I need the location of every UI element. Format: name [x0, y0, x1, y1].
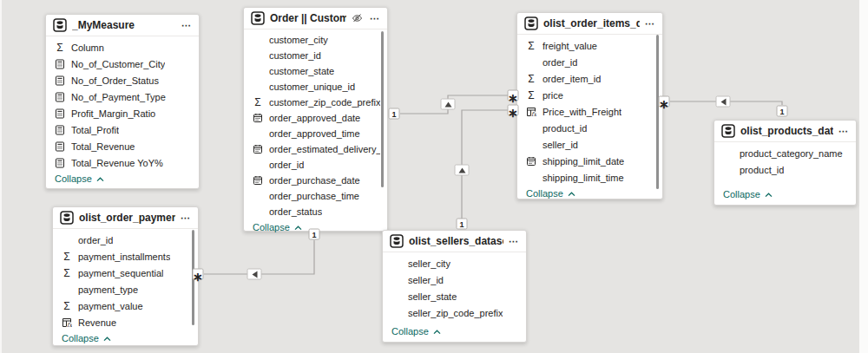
- calendar-icon: [525, 156, 537, 167]
- cardinality-many-label: ∗: [508, 90, 519, 101]
- arrow-up-icon: [458, 167, 465, 173]
- chevron-up-icon: [568, 188, 575, 199]
- table-title: olist_order_payments_d...: [79, 212, 175, 224]
- field-order_id[interactable]: order_id: [517, 54, 662, 70]
- field-shipping_limit_date[interactable]: shipping_limit_date: [517, 153, 662, 169]
- field-seller_state[interactable]: seller_state: [383, 288, 526, 304]
- field-price[interactable]: Σprice: [517, 87, 662, 103]
- field-label: Price_with_Freight: [542, 107, 621, 117]
- field-payment_installments[interactable]: Σpayment_installments: [53, 248, 198, 265]
- more-options-button[interactable]: ⋯: [370, 15, 380, 22]
- field-list: seller_cityseller_idseller_stateseller_z…: [383, 252, 526, 321]
- filter-direction-arrow: [716, 96, 731, 108]
- arrow-left-icon: [252, 271, 257, 278]
- table-title: olist_order_items_dataset: [543, 17, 640, 29]
- field-label: customer_state: [269, 66, 334, 76]
- collapse-button[interactable]: Collapse: [517, 186, 662, 204]
- cardinality-one-text: 1: [459, 219, 464, 228]
- vertical-scrollbar[interactable]: [656, 35, 659, 189]
- field-seller_id[interactable]: seller_id: [517, 136, 662, 153]
- collapse-button[interactable]: Collapse: [714, 186, 856, 205]
- field-customer_city[interactable]: customer_city: [244, 32, 387, 48]
- collapse-label: Collapse: [526, 188, 563, 199]
- table-card-my-measure[interactable]: _MyMeasure⋯ΣColumnNo_of_Customer_CityNo_…: [45, 14, 200, 189]
- calculator-icon: [54, 92, 66, 102]
- cardinality-one-label: 1: [457, 219, 468, 230]
- field-product_category_name[interactable]: product_category_name: [714, 145, 856, 161]
- field-Total_Profit[interactable]: Total_Profit: [46, 121, 199, 138]
- field-label: shipping_limit_date: [542, 156, 624, 167]
- field-label: order_id: [542, 57, 577, 68]
- cardinality-many-text: ∗: [659, 101, 669, 106]
- table-card-products[interactable]: olist_products_dataset⋯product_category_…: [713, 120, 857, 206]
- field-customer_unique_id[interactable]: customer_unique_id: [244, 79, 387, 95]
- field-order_approved_time[interactable]: order_approved_time: [244, 126, 387, 141]
- field-No_of_Payment_Type[interactable]: No_of_Payment_Type: [46, 88, 199, 105]
- field-product_id[interactable]: product_id: [517, 120, 662, 136]
- collapse-button[interactable]: Collapse: [383, 324, 526, 342]
- field-customer_zip_code_prefix[interactable]: Σcustomer_zip_code_prefix: [244, 95, 387, 110]
- field-order_purchase_date[interactable]: order_purchase_date: [244, 173, 387, 188]
- calculator-icon: [54, 108, 66, 119]
- table-icon: [390, 234, 404, 248]
- field-Total_Revenue YoY%[interactable]: Total_Revenue YoY%: [46, 154, 199, 171]
- chevron-up-icon: [765, 189, 773, 199]
- field-order_id[interactable]: order_id: [244, 157, 387, 173]
- table-card-header: olist_order_items_dataset⋯: [517, 13, 662, 35]
- field-customer_id[interactable]: customer_id: [244, 48, 387, 63]
- table-card-header: olist_order_payments_d...⋯: [53, 207, 198, 229]
- field-freight_value[interactable]: Σfreight_value: [517, 37, 662, 54]
- field-No_of_Customer_City[interactable]: No_of_Customer_City: [46, 56, 199, 72]
- field-shipping_limit_time[interactable]: shipping_limit_time: [517, 169, 662, 186]
- field-Column[interactable]: ΣColumn: [46, 39, 199, 56]
- field-payment_type[interactable]: payment_type: [53, 281, 198, 297]
- more-options-button[interactable]: ⋯: [181, 214, 191, 221]
- hidden-eye-icon[interactable]: [352, 13, 363, 23]
- cardinality-many-label: ∗: [508, 105, 519, 116]
- field-order_id[interactable]: order_id: [53, 232, 198, 248]
- more-options-button[interactable]: ⋯: [838, 127, 849, 134]
- collapse-button[interactable]: Collapse: [46, 171, 199, 189]
- field-seller_id[interactable]: seller_id: [383, 271, 526, 288]
- field-Profit_Margin_Ratio[interactable]: Profit_Margin_Ratio: [46, 105, 199, 121]
- field-order_purchase_time[interactable]: order_purchase_time: [244, 188, 387, 204]
- field-Revenue[interactable]: fxRevenue: [53, 314, 198, 330]
- sigma-icon: Σ: [254, 97, 260, 108]
- model-canvas: _MyMeasure⋯ΣColumnNo_of_Customer_CityNo_…: [0, 0, 868, 353]
- sigma-icon: Σ: [54, 42, 66, 53]
- calendar-icon: [252, 113, 264, 123]
- more-options-button[interactable]: ⋯: [509, 238, 519, 245]
- more-options-button[interactable]: ⋯: [645, 20, 655, 27]
- field-order_item_id[interactable]: Σorder_item_id: [517, 70, 662, 87]
- field-customer_state[interactable]: customer_state: [244, 63, 387, 79]
- field-label: shipping_limit_time: [542, 173, 624, 183]
- field-Price_with_Freight[interactable]: fxPrice_with_Freight: [517, 103, 662, 120]
- table-card-order-customer[interactable]: Order || Customer ...⋯customer_citycusto…: [243, 7, 388, 232]
- field-order_estimated_delivery_date[interactable]: order_estimated_delivery_date: [244, 141, 387, 157]
- field-product_id[interactable]: product_id: [714, 161, 856, 178]
- more-options-button[interactable]: ⋯: [181, 22, 192, 29]
- table-card-sellers[interactable]: olist_sellers_dataset⋯seller_cityseller_…: [382, 230, 527, 343]
- vertical-scrollbar[interactable]: [381, 31, 384, 187]
- field-seller_zip_code_prefix[interactable]: seller_zip_code_prefix: [383, 304, 526, 321]
- cardinality-many-text: ∗: [508, 109, 518, 114]
- field-No_of_Order_Status[interactable]: No_of_Order_Status: [46, 72, 199, 88]
- table-card-order-items[interactable]: olist_order_items_dataset⋯Σfreight_value…: [516, 12, 663, 199]
- field-order_approved_date[interactable]: order_approved_date: [244, 110, 387, 126]
- field-label: order_id: [269, 160, 304, 170]
- field-Total_Revenue[interactable]: Total_Revenue: [46, 138, 199, 154]
- field-order_status[interactable]: order_status: [244, 204, 387, 219]
- field-seller_city[interactable]: seller_city: [383, 255, 526, 271]
- chevron-up-icon: [433, 326, 441, 337]
- field-label: payment_value: [78, 301, 143, 311]
- field-label: product_category_name: [740, 148, 843, 159]
- field-payment_sequential[interactable]: Σpayment_sequential: [53, 265, 198, 281]
- field-label: Revenue: [78, 317, 116, 328]
- collapse-button[interactable]: Collapse: [53, 330, 198, 349]
- cardinality-one-text: 1: [312, 230, 316, 239]
- table-card-order-payments[interactable]: olist_order_payments_d...⋯order_idΣpayme…: [52, 206, 199, 346]
- collapse-label: Collapse: [723, 189, 760, 199]
- field-payment_value[interactable]: Σpayment_value: [53, 297, 198, 314]
- field-label: customer_city: [269, 35, 328, 45]
- cardinality-one-label: 1: [309, 229, 320, 240]
